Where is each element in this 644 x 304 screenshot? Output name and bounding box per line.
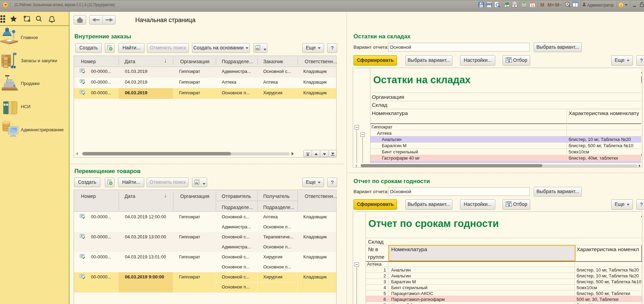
svg-text:1С-Рейтинг: Больничная аптека,: 1С-Рейтинг: Больничная аптека, версии 2.… (14, 2, 115, 7)
svg-text:M+: M+ (548, 2, 554, 8)
svg-text:Администратор: Администратор (587, 2, 614, 8)
svg-text:M: M (540, 2, 544, 8)
svg-text:M–: M– (555, 2, 562, 8)
svg-text:31: 31 (531, 4, 534, 7)
